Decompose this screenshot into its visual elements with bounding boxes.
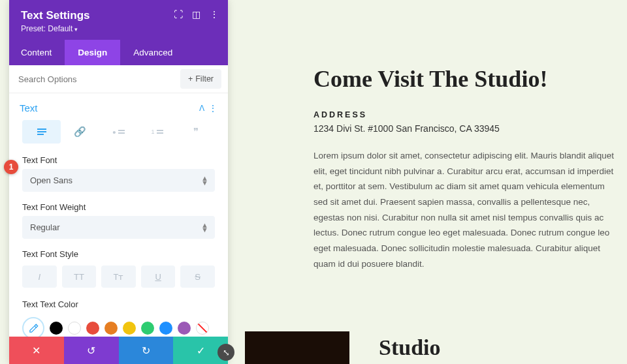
preset-dropdown[interactable]: Preset: Default	[21, 24, 216, 33]
resize-handle-icon[interactable]: ⤡	[217, 344, 234, 361]
text-group-header[interactable]: Text ᐱ ⋮	[9, 93, 228, 120]
tab-advanced[interactable]: Advanced	[120, 40, 185, 65]
filter-label: Filter	[195, 74, 214, 83]
settings-body: Text ᐱ ⋮ 🔗 • 1 ❞ Text Font Open Sans ▲▼ …	[9, 93, 228, 337]
text-quote-button[interactable]: ❞	[176, 120, 215, 144]
color-swatch[interactable]	[159, 322, 172, 335]
page-heading: Come Visit The Studio!	[314, 65, 614, 93]
color-swatch[interactable]	[123, 322, 136, 335]
weight-value: Regular	[30, 222, 60, 232]
cancel-button[interactable]: ✕	[9, 337, 64, 364]
color-swatch[interactable]	[104, 322, 118, 335]
group-kebab-icon[interactable]: ⋮	[208, 103, 217, 114]
studio-heading: Studio	[379, 335, 441, 360]
filter-button[interactable]: + Filter	[180, 69, 221, 89]
eyedropper-button[interactable]	[22, 317, 44, 337]
text-link-button[interactable]: 🔗	[61, 120, 99, 144]
body-paragraph: Lorem ipsum dolor sit amet, consectetur …	[314, 148, 614, 271]
chevron-up-icon[interactable]: ᐱ	[199, 104, 204, 113]
color-swatch[interactable]	[68, 322, 81, 335]
image-block	[245, 331, 349, 364]
font-label: Text Font	[9, 150, 228, 169]
style-label: Text Font Style	[9, 239, 228, 263]
italic-button[interactable]: I	[22, 265, 57, 288]
more-icon[interactable]: ⋮	[210, 9, 219, 20]
strike-button[interactable]: S	[180, 265, 215, 288]
weight-label: Text Font Weight	[9, 192, 228, 216]
color-swatch[interactable]	[86, 322, 99, 335]
smallcaps-button[interactable]: Tᴛ	[101, 265, 136, 288]
settings-panel: Text Settings Preset: Default ⛶ ◫ ⋮ Cont…	[9, 0, 228, 364]
tab-content[interactable]: Content	[9, 40, 65, 65]
page-content: Come Visit The Studio! ADDRESS 1234 Divi…	[314, 65, 614, 271]
address-label: ADDRESS	[314, 110, 614, 119]
font-style-row: I TT Tᴛ U S	[9, 263, 228, 290]
group-title: Text	[20, 102, 199, 114]
panel-header: Text Settings Preset: Default ⛶ ◫ ⋮	[9, 0, 228, 40]
underline-button[interactable]: U	[141, 265, 176, 288]
plus-icon: +	[188, 74, 193, 83]
text-type-row: 🔗 • 1 ❞	[9, 120, 228, 150]
select-arrows-icon: ▲▼	[201, 223, 208, 231]
weight-select[interactable]: Regular ▲▼	[22, 216, 215, 239]
panel-footer: ✕ ↺ ↻ ✓	[9, 337, 228, 364]
responsive-icon[interactable]: ◫	[192, 9, 201, 20]
color-label: Text Text Color	[9, 290, 228, 313]
redo-button[interactable]: ↻	[119, 337, 174, 364]
text-ol-button[interactable]: 1	[138, 120, 176, 144]
annotation-badge-1: 1	[4, 160, 18, 174]
address-line: 1234 Divi St. #1000 San Francisco, CA 33…	[314, 123, 614, 134]
color-swatch[interactable]	[141, 322, 154, 335]
color-swatch-none[interactable]	[196, 322, 209, 335]
color-swatch[interactable]	[178, 322, 191, 335]
undo-button[interactable]: ↺	[64, 337, 119, 364]
color-swatch[interactable]	[50, 322, 63, 335]
select-arrows-icon: ▲▼	[201, 176, 208, 184]
search-input[interactable]	[9, 67, 180, 92]
text-align-paragraph[interactable]	[22, 120, 61, 144]
expand-icon[interactable]: ⛶	[174, 9, 183, 20]
text-ul-button[interactable]: •	[99, 120, 138, 144]
font-value: Open Sans	[30, 175, 72, 185]
search-row: + Filter	[9, 65, 228, 93]
font-select[interactable]: Open Sans ▲▼	[22, 169, 215, 192]
color-swatch-row	[9, 313, 228, 337]
main-tabs: Content Design Advanced	[9, 40, 228, 65]
tab-design[interactable]: Design	[65, 40, 120, 65]
uppercase-button[interactable]: TT	[62, 265, 97, 288]
